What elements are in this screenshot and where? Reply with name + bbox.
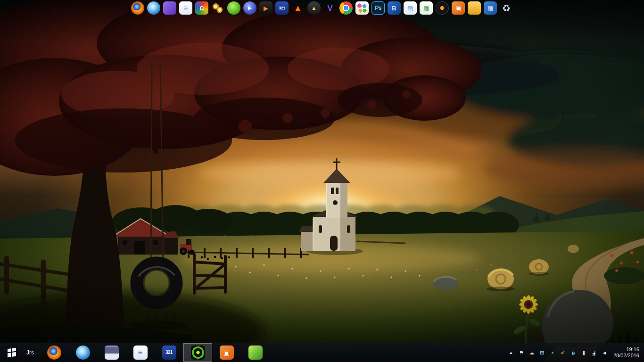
dock-icon-word-document-app[interactable]: ▤ bbox=[404, 1, 417, 15]
dock-icon-recycle-bin[interactable]: ♻ bbox=[500, 1, 513, 15]
start-button[interactable] bbox=[0, 343, 24, 362]
klite-codec-app-label: 321 bbox=[279, 6, 285, 10]
dock-icon-blue-grid-app[interactable]: ▦ bbox=[484, 1, 497, 15]
cleaner-app-icon bbox=[248, 346, 263, 360]
taskbar-icon-cleaner-app[interactable] bbox=[241, 343, 270, 362]
klite-codec-app-icon: 321 bbox=[275, 1, 289, 15]
chrome-app-icon bbox=[339, 1, 353, 15]
taskbar-icon-firefox[interactable] bbox=[40, 343, 68, 362]
recycle-bin-glyph: ♻ bbox=[502, 3, 511, 13]
office-app-icon: ▣ bbox=[452, 1, 465, 15]
clock-date: 28/02/2016 bbox=[613, 353, 639, 359]
media-center-c-app-icon: C bbox=[195, 1, 208, 15]
office-app-icon: ▣ bbox=[220, 346, 234, 360]
tray-security-shield-icon[interactable]: ✔ bbox=[559, 343, 567, 362]
office-app-glyph: ▣ bbox=[223, 349, 230, 356]
taskbar-pinned-apps: ≡321▣ bbox=[40, 343, 270, 362]
dock-icon-keys-app[interactable] bbox=[211, 1, 224, 15]
purple-app-icon bbox=[163, 1, 176, 15]
paint-app-icon bbox=[355, 1, 369, 15]
firefox-icon bbox=[47, 346, 61, 360]
powerdvd-app-glyph: ▶ bbox=[248, 6, 252, 10]
spreadsheet-document-app-icon: ▦ bbox=[420, 1, 433, 15]
klite-codec-app-icon: 321 bbox=[162, 346, 176, 360]
dock-icon-vlc-app[interactable]: ▲ bbox=[291, 1, 305, 15]
klite-codec-app-label: 321 bbox=[165, 350, 173, 355]
blue-grid-app-glyph: ▦ bbox=[487, 5, 493, 11]
spreadsheet-document-app-glyph: ▦ bbox=[423, 5, 429, 11]
media-player-app-glyph: ▶ bbox=[264, 5, 268, 11]
dock-icon-green-orb-app[interactable] bbox=[227, 1, 240, 15]
tray-status-green-icon[interactable]: ● bbox=[548, 343, 557, 362]
taskbar-clock[interactable]: 19:16 28/02/2016 bbox=[611, 343, 644, 362]
v-app-glyph: V bbox=[327, 4, 333, 12]
vlc-app-icon: ▲ bbox=[291, 1, 305, 15]
dock-icon-firefox[interactable] bbox=[131, 1, 144, 15]
dock-icon-media-center-c-app[interactable]: C bbox=[195, 1, 208, 15]
taskbar-spacer bbox=[270, 343, 505, 362]
tray-cloud-sync-icon[interactable]: ☁ bbox=[528, 343, 536, 362]
tray-action-center-flag-icon[interactable]: ⚑ bbox=[517, 343, 526, 362]
floppy-disk-app-icon bbox=[105, 346, 119, 360]
v-app-icon: V bbox=[323, 1, 337, 15]
word-document-app-glyph: ▤ bbox=[407, 5, 413, 11]
tray-volume-icon[interactable]: ◄ bbox=[600, 343, 609, 362]
notepad-app-glyph: ≡ bbox=[138, 349, 142, 356]
taskbar-icon-notepad-app[interactable]: ≡ bbox=[126, 343, 155, 362]
dock-icon-powerdvd-app[interactable]: ▶ bbox=[243, 1, 256, 15]
dock-icon-folder-app[interactable] bbox=[468, 1, 481, 15]
dark-disc-app-icon bbox=[436, 1, 449, 15]
taskbar-icon-green-ring-app[interactable] bbox=[183, 343, 212, 362]
wallpaper bbox=[0, 0, 644, 362]
tray-windows-logo-icon[interactable]: ⊞ bbox=[538, 343, 546, 362]
photoshop-app-label: Ps bbox=[375, 5, 381, 11]
top-dock: ≡C▶▶321▲▲VPsB▤▦▣▦♻ bbox=[131, 1, 513, 15]
taskbar-icon-office-app[interactable]: ▣ bbox=[212, 343, 241, 362]
dock-icon-chrome-app[interactable] bbox=[339, 1, 353, 15]
windows-logo-icon bbox=[8, 348, 16, 357]
dock-icon-klite-codec-app[interactable]: 321 bbox=[275, 1, 289, 15]
firefox-blue-icon bbox=[76, 346, 90, 360]
dock-icon-dark-disc-app[interactable] bbox=[436, 1, 449, 15]
blue-b-app-glyph: B bbox=[392, 5, 396, 11]
tray-hidden-icons-chevron-icon[interactable]: ▲ bbox=[507, 343, 515, 362]
photoshop-app-icon: Ps bbox=[372, 1, 385, 15]
dock-icon-blue-b-app[interactable]: B bbox=[388, 1, 401, 15]
taskbar: Jrs ≡321▣ ▲⚑☁⊞●✔e▮⣴◄ 19:16 28/02/2016 bbox=[0, 343, 644, 362]
dock-icon-office-app[interactable]: ▣ bbox=[452, 1, 465, 15]
desktop: ≡C▶▶321▲▲VPsB▤▦▣▦♻ Jrs ≡321▣ ▲⚑☁⊞●✔e▮⣴◄ … bbox=[0, 0, 644, 362]
dock-icon-purple-app[interactable] bbox=[163, 1, 176, 15]
dock-icon-photoshop-app[interactable]: Ps bbox=[372, 1, 385, 15]
dock-icon-v-app[interactable]: V bbox=[323, 1, 337, 15]
tray-network-signal-icon[interactable]: ⣴ bbox=[590, 343, 598, 362]
taskbar-user-label[interactable]: Jrs bbox=[24, 343, 40, 362]
recycle-bin-icon: ♻ bbox=[500, 1, 513, 15]
taskbar-icon-floppy-disk-app[interactable] bbox=[97, 343, 126, 362]
alert-triangle-app-glyph: ▲ bbox=[311, 5, 317, 11]
taskbar-icon-firefox-blue[interactable] bbox=[68, 343, 97, 362]
blue-grid-app-icon: ▦ bbox=[484, 1, 497, 15]
alert-triangle-app-icon: ▲ bbox=[307, 1, 321, 15]
media-player-app-icon: ▶ bbox=[259, 1, 272, 15]
powerdvd-app-icon: ▶ bbox=[243, 1, 256, 15]
firefox-icon bbox=[131, 1, 144, 15]
dock-icon-firefox-blue[interactable] bbox=[147, 1, 160, 15]
green-ring-app-icon bbox=[191, 346, 205, 360]
keys-app-icon bbox=[211, 1, 224, 15]
dock-icon-media-player-app[interactable]: ▶ bbox=[259, 1, 272, 15]
clock-time: 19:16 bbox=[626, 346, 639, 353]
system-tray: ▲⚑☁⊞●✔e▮⣴◄ bbox=[505, 343, 611, 362]
taskbar-icon-klite-codec-app[interactable]: 321 bbox=[155, 343, 183, 362]
notepad-app-icon: ≡ bbox=[133, 346, 148, 360]
tray-battery-power-icon[interactable]: ▮ bbox=[579, 343, 588, 362]
blue-b-app-icon: B bbox=[388, 1, 401, 15]
dock-icon-spreadsheet-document-app[interactable]: ▦ bbox=[420, 1, 433, 15]
notes-app-glyph: ≡ bbox=[184, 5, 188, 11]
word-document-app-icon: ▤ bbox=[404, 1, 417, 15]
dock-icon-paint-app[interactable] bbox=[355, 1, 369, 15]
firefox-blue-icon bbox=[147, 1, 160, 15]
vlc-app-glyph: ▲ bbox=[293, 3, 303, 13]
tray-internet-explorer-icon[interactable]: e bbox=[569, 343, 578, 362]
dock-icon-alert-triangle-app[interactable]: ▲ bbox=[307, 1, 321, 15]
dock-icon-notes-app[interactable]: ≡ bbox=[179, 1, 192, 15]
